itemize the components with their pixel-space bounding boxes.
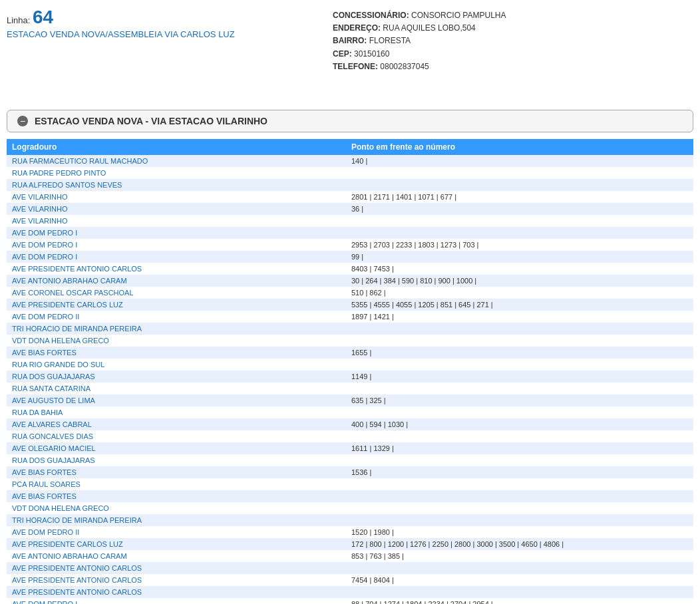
table-row: AVE PRESIDENTE ANTONIO CARLOS7454 | 8404… [7,574,693,586]
street-cell: RUA DOS GUAJAJARAS [7,371,346,382]
bairro-value: FLORESTA [369,36,411,45]
number-cell: 510 | 862 | [346,287,693,299]
table-row: PCA RAUL SOARES [7,478,693,490]
table-row: AVE VILARINHO [7,215,693,227]
table-row: AVE PRESIDENTE CARLOS LUZ5355 | 4555 | 4… [7,299,693,311]
street-cell: RUA PADRE PEDRO PINTO [7,167,346,179]
number-cell: 635 | 325 | [346,394,693,406]
street-cell: AVE ALVARES CABRAL [7,418,346,430]
street-cell: AVE DOM PEDRO I [7,598,346,604]
street-cell: AVE DOM PEDRO I [7,227,346,239]
endereco-label: ENDEREÇO: [333,23,381,33]
table-row: RUA SANTA CATARINA [7,382,693,394]
street-cell: VDT DONA HELENA GRECO [7,502,346,514]
number-cell [346,586,693,598]
street-cell: AVE PRESIDENTE ANTONIO CARLOS [7,574,346,586]
table-row: AVE DOM PEDRO I [7,227,693,239]
table-row: AVE DOM PEDRO I99 | [7,251,693,263]
table-row: TRI HORACIO DE MIRANDA PEREIRA [7,514,693,526]
street-cell: AVE VILARINHO [7,203,346,215]
number-cell: 172 | 800 | 1200 | 1276 | 2250 | 2800 | … [346,538,693,550]
table-row: AVE VILARINHO2801 | 2171 | 1401 | 1071 |… [7,191,693,203]
street-cell: AVE BIAS FORTES [7,347,346,359]
street-cell: AVE AUGUSTO DE LIMA [7,394,346,406]
table-row: AVE PRESIDENTE ANTONIO CARLOS [7,562,693,574]
table-row: AVE BIAS FORTES1536 | [7,466,693,478]
number-cell: 7454 | 8404 | [346,574,693,586]
table-row: AVE ANTONIO ABRAHAO CARAM30 | 264 | 384 … [7,275,693,287]
telefone-value: 08002837045 [380,62,429,71]
number-cell: 1897 | 1421 | [346,311,693,323]
col-logradouro: Logradouro [7,139,346,155]
table-row: RUA DOS GUAJAJARAS [7,454,693,466]
number-cell: 1536 | [346,466,693,478]
table-row: AVE PRESIDENTE CARLOS LUZ172 | 800 | 120… [7,538,693,550]
number-cell [346,454,693,466]
table-row: AVE PRESIDENTE ANTONIO CARLOS [7,586,693,598]
street-cell: AVE DOM PEDRO I [7,251,346,263]
number-cell [346,490,693,502]
number-cell [346,323,693,335]
table-row: AVE AUGUSTO DE LIMA635 | 325 | [7,394,693,406]
linha-number: 64 [33,7,53,27]
number-cell [346,215,693,227]
concessionario-value: CONSORCIO PAMPULHA [411,11,506,20]
number-cell: 2801 | 2171 | 1401 | 1071 | 677 | [346,191,693,203]
table-row: AVE OLEGARIO MACIEL1611 | 1329 | [7,442,693,454]
street-cell: RUA RIO GRANDE DO SUL [7,359,346,371]
number-cell: 400 | 594 | 1030 | [346,418,693,430]
number-cell [346,227,693,239]
street-cell: AVE OLEGARIO MACIEL [7,442,346,454]
table-row: RUA DA BAHIA [7,406,693,418]
table-row: VDT DONA HELENA GRECO [7,335,693,347]
endereco-value: RUA AQUILES LOBO,504 [383,23,475,33]
street-cell: AVE BIAS FORTES [7,466,346,478]
street-cell: PCA RAUL SOARES [7,478,346,490]
concessionario-label: CONCESSIONÁRIO: [333,11,409,20]
number-cell [346,562,693,574]
number-cell: 36 | [346,203,693,215]
collapse-icon[interactable]: − [17,116,28,126]
section-title: ESTACAO VENDA NOVA - VIA ESTACAO VILARIN… [35,116,267,126]
street-cell: AVE VILARINHO [7,215,346,227]
bairro-label: BAIRRO: [333,36,367,45]
table-row: AVE CORONEL OSCAR PASCHOAL510 | 862 | [7,287,693,299]
street-cell: RUA GONCALVES DIAS [7,430,346,442]
info-block: CONCESSIONÁRIO: CONSORCIO PAMPULHA ENDER… [333,9,693,73]
number-cell: 8403 | 7453 | [346,263,693,275]
street-cell: AVE PRESIDENTE CARLOS LUZ [7,538,346,550]
table-row: RUA GONCALVES DIAS [7,430,693,442]
number-cell: 2953 | 2703 | 2233 | 1803 | 1273 | 703 | [346,239,693,251]
table-row: RUA RIO GRANDE DO SUL [7,359,693,371]
street-cell: VDT DONA HELENA GRECO [7,335,346,347]
table-row: RUA FARMACEUTICO RAUL MACHADO140 | [7,155,693,167]
cep-label: CEP: [333,49,352,59]
street-cell: AVE PRESIDENTE ANTONIO CARLOS [7,586,346,598]
street-cell: TRI HORACIO DE MIRANDA PEREIRA [7,323,346,335]
number-cell [346,359,693,371]
linha-label: Linha: [7,15,30,25]
number-cell: 1149 | [346,371,693,382]
table-row: AVE DOM PEDRO II1520 | 1980 | [7,526,693,538]
street-cell: RUA DA BAHIA [7,406,346,418]
street-cell: AVE ANTONIO ABRAHAO CARAM [7,550,346,562]
street-cell: AVE ANTONIO ABRAHAO CARAM [7,275,346,287]
section-header: − ESTACAO VENDA NOVA - VIA ESTACAO VILAR… [7,110,693,132]
col-ponto: Ponto em frente ao número [346,139,693,155]
table-row: VDT DONA HELENA GRECO [7,502,693,514]
number-cell: 88 | 704 | 1274 | 1804 | 2234 | 2704 | 2… [346,598,693,604]
street-cell: AVE DOM PEDRO I [7,239,346,251]
number-cell: 853 | 763 | 385 | [346,550,693,562]
street-cell: AVE PRESIDENTE ANTONIO CARLOS [7,263,346,275]
number-cell [346,406,693,418]
table-row: AVE ANTONIO ABRAHAO CARAM853 | 763 | 385… [7,550,693,562]
number-cell: 140 | [346,155,693,167]
street-cell: RUA DOS GUAJAJARAS [7,454,346,466]
table-row: TRI HORACIO DE MIRANDA PEREIRA [7,323,693,335]
telefone-label: TELEFONE: [333,62,378,71]
street-cell: AVE PRESIDENTE CARLOS LUZ [7,299,346,311]
table-row: AVE PRESIDENTE ANTONIO CARLOS8403 | 7453… [7,263,693,275]
table-row: RUA PADRE PEDRO PINTO [7,167,693,179]
routes-table: Logradouro Ponto em frente ao número RUA… [7,139,693,604]
table-row: RUA DOS GUAJAJARAS1149 | [7,371,693,382]
